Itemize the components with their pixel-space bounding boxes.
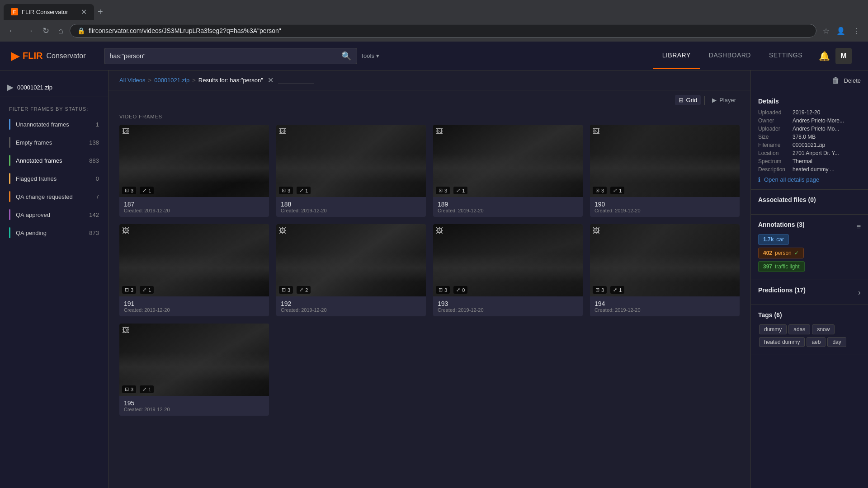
frame-card[interactable]: 🖼 ⊡ 3 ⤢ 1 187 Created: 2019-12-20	[119, 125, 269, 217]
player-view-button[interactable]: ▶ Player	[708, 95, 740, 105]
breadcrumb-zip[interactable]: 00001021.zip	[154, 77, 189, 84]
tag-chip[interactable]: adas	[788, 324, 810, 334]
info-icon: ℹ	[758, 176, 760, 183]
qa-change-label: QA change requested	[16, 193, 73, 200]
frame-info: 190 Created: 2019-12-20	[590, 197, 740, 217]
tag-chip[interactable]: day	[827, 337, 846, 347]
bbox-badge: ⊡ 3	[279, 187, 293, 194]
sidebar-item-empty[interactable]: Empty frames 138	[0, 133, 108, 151]
extensions-button[interactable]: ⋮	[850, 25, 863, 37]
frame-card[interactable]: 🖼 ⊡ 3 ⤢ 1 191 Created: 2019-12-20	[119, 224, 269, 316]
predictions-arrow-icon[interactable]: ›	[858, 288, 861, 297]
frame-card[interactable]: 🖼 ⊡ 3 ⤢ 1 195 Created: 2019-12-20	[119, 324, 269, 416]
open-details-link[interactable]: ℹ Open all details page	[758, 176, 861, 183]
flagged-count: 0	[96, 175, 99, 182]
unannotated-count: 1	[96, 121, 99, 128]
annotated-count: 883	[89, 157, 99, 164]
nav-dashboard[interactable]: DASHBOARD	[700, 42, 760, 69]
breadcrumb-close-button[interactable]: ✕	[268, 76, 274, 84]
empty-count: 138	[89, 139, 99, 146]
nav-links: LIBRARY DASHBOARD SETTINGS	[653, 42, 811, 69]
tab-close-button[interactable]: ✕	[81, 8, 87, 16]
frame-info: 193 Created: 2019-12-20	[433, 296, 583, 316]
breadcrumb-search-input[interactable]	[278, 77, 314, 84]
frame-card[interactable]: 🖼 ⊡ 3 ⤢ 0 193 Created: 2019-12-20	[433, 224, 583, 316]
browser-toolbar: ← → ↻ ⌂ 🔒 flirconservator.com/videos/JS3…	[0, 20, 868, 42]
frame-badges: ⊡ 3 ⤢ 0	[436, 286, 467, 294]
annotation-person[interactable]: 402 person ✓	[758, 248, 804, 258]
tag-chip[interactable]: heated dummy	[759, 337, 805, 347]
search-icon[interactable]: 🔍	[341, 51, 351, 61]
breadcrumb-results: Results for: has:"person"	[198, 77, 263, 84]
qa-pending-label: QA pending	[16, 230, 47, 236]
sidebar-item-annotated[interactable]: Annotated frames 883	[0, 151, 108, 169]
frame-card[interactable]: 🖼 ⊡ 3 ⤢ 1 189 Created: 2019-12-20	[433, 125, 583, 217]
address-text: flirconservator.com/videos/JS3MLrupLRa3f…	[89, 27, 809, 34]
bbox-icon: ⊡	[595, 287, 599, 293]
grid-view-button[interactable]: ⊞ Grid	[675, 95, 701, 105]
frame-info: 192 Created: 2019-12-20	[276, 296, 426, 316]
qa-change-count: 7	[96, 193, 99, 200]
forward-button[interactable]: →	[23, 24, 36, 38]
reload-button[interactable]: ↻	[40, 24, 52, 38]
sidebar-item-flagged[interactable]: Flagged frames 0	[0, 169, 108, 188]
frame-card[interactable]: 🖼 ⊡ 3 ⤢ 1 194 Created: 2019-12-20	[590, 224, 740, 316]
frame-date: Created: 2019-12-20	[124, 208, 264, 213]
home-button[interactable]: ⌂	[56, 24, 66, 38]
video-frames-section: VIDEO FRAMES 🖼 ⊡ 3 ⤢ 1 187 Created: 2019…	[108, 110, 750, 423]
toolbar: ⊞ Grid ▶ Player	[108, 90, 750, 110]
expand-icon: ⤢	[142, 287, 146, 293]
active-tab[interactable]: F FLIR Conservator ✕	[4, 4, 94, 20]
avatar[interactable]: M	[835, 48, 852, 64]
new-tab-button[interactable]: +	[94, 5, 107, 19]
nav-settings[interactable]: SETTINGS	[760, 42, 811, 69]
frame-number: 191	[124, 300, 264, 307]
search-input[interactable]	[110, 52, 338, 60]
address-bar[interactable]: 🔒 flirconservator.com/videos/JS3MLrupLRa…	[70, 24, 816, 38]
expand-icon: ⤢	[613, 287, 617, 293]
profile-button[interactable]: 👤	[834, 25, 848, 37]
content-area: All Videos > 00001021.zip > Results for:…	[108, 70, 750, 488]
breadcrumb-all-videos[interactable]: All Videos	[119, 77, 146, 84]
frame-card[interactable]: 🖼 ⊡ 3 ⤢ 1 188 Created: 2019-12-20	[276, 125, 426, 217]
annotation-person-label: person	[775, 250, 792, 256]
frame-badges: ⊡ 3 ⤢ 1	[593, 286, 624, 294]
frame-info: 191 Created: 2019-12-20	[119, 296, 269, 316]
lock-icon: 🔒	[77, 27, 85, 34]
bookmark-button[interactable]: ☆	[820, 25, 832, 37]
expand-badge: ⤢ 2	[297, 286, 311, 294]
frame-badges: ⊡ 3 ⤢ 1	[122, 385, 154, 393]
tools-button[interactable]: Tools ▾	[361, 52, 379, 59]
frame-card[interactable]: 🖼 ⊡ 3 ⤢ 2 192 Created: 2019-12-20	[276, 224, 426, 316]
frame-info: 188 Created: 2019-12-20	[276, 197, 426, 217]
sidebar-item-qa-pending[interactable]: QA pending 873	[0, 224, 108, 242]
frame-card[interactable]: 🖼 ⊡ 3 ⤢ 1 190 Created: 2019-12-20	[590, 125, 740, 217]
annotation-car-label: car	[776, 236, 784, 243]
sidebar-video-item[interactable]: ▶ 00001021.zip	[0, 78, 108, 97]
tag-chip[interactable]: aeb	[807, 337, 826, 347]
bbox-icon: ⊡	[125, 287, 129, 293]
sidebar-item-qa-approved[interactable]: QA approved 142	[0, 206, 108, 224]
search-container[interactable]: 🔍	[104, 48, 357, 64]
annotation-car[interactable]: 1.7k car	[758, 234, 789, 245]
flagged-label: Flagged frames	[16, 175, 57, 182]
frame-date: Created: 2019-12-20	[281, 307, 421, 313]
open-details-label: Open all details page	[764, 176, 819, 183]
tag-chip[interactable]: snow	[812, 324, 835, 334]
associated-files-title: Associated files (0)	[758, 196, 861, 203]
sidebar-item-qa-change[interactable]: QA change requested 7	[0, 188, 108, 206]
annotation-traffic-light[interactable]: 397 traffic light	[758, 261, 805, 272]
notification-bell-icon[interactable]: 🔔	[819, 51, 830, 61]
expand-badge: ⤢ 1	[297, 187, 311, 194]
delete-button[interactable]: 🗑 Delete	[832, 76, 861, 85]
sidebar-item-unannotated[interactable]: Unannotated frames 1	[0, 115, 108, 133]
qa-approved-label: QA approved	[16, 211, 50, 218]
expand-badge: ⤢ 1	[140, 187, 154, 194]
frame-date: Created: 2019-12-20	[281, 208, 421, 213]
nav-library[interactable]: LIBRARY	[653, 42, 700, 69]
tag-chip[interactable]: dummy	[759, 324, 787, 334]
sort-icon[interactable]: ≡	[857, 223, 861, 231]
size-label: Size	[758, 134, 790, 140]
back-button[interactable]: ←	[5, 24, 19, 38]
frame-number: 195	[124, 399, 264, 407]
